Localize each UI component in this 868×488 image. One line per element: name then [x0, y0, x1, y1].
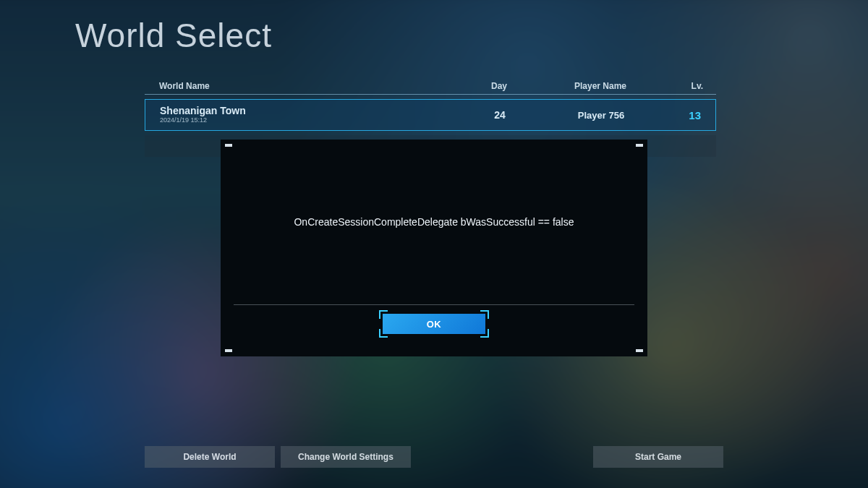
error-modal: OnCreateSessionCompleteDelegate bWasSucc… — [221, 140, 647, 356]
modal-corner-tl — [225, 144, 232, 147]
delete-world-button[interactable]: Delete World — [145, 446, 275, 468]
change-world-settings-button[interactable]: Change World Settings — [281, 446, 411, 468]
modal-separator — [234, 304, 634, 305]
modal-corner-tr — [636, 144, 643, 147]
screen-title: World Select — [75, 16, 272, 55]
table-header-row: World Name Day Player Name Lv. — [145, 81, 716, 95]
ok-button[interactable]: OK — [383, 314, 485, 334]
start-game-button[interactable]: Start Game — [593, 446, 723, 468]
cell-world-name: Shenanigan Town 2024/1/19 15:12 — [145, 106, 456, 124]
cell-player-name: Player 756 — [543, 110, 659, 121]
ok-button-wrap: OK — [380, 312, 488, 336]
cell-day: 24 — [456, 109, 543, 121]
world-table: World Name Day Player Name Lv. Shenaniga… — [145, 81, 716, 131]
bottom-button-bar: Delete World Change World Settings Start… — [145, 446, 723, 468]
modal-corner-bl — [225, 349, 232, 352]
world-timestamp: 2024/1/19 15:12 — [160, 116, 456, 124]
modal-corner-br — [636, 349, 643, 352]
cell-level: 13 — [659, 109, 715, 121]
world-row-selected[interactable]: Shenanigan Town 2024/1/19 15:12 24 Playe… — [145, 99, 716, 131]
header-day: Day — [456, 81, 542, 91]
world-name-text: Shenanigan Town — [160, 106, 456, 116]
bottom-bar-spacer — [417, 446, 587, 468]
header-player-name: Player Name — [542, 81, 658, 91]
header-world-name: World Name — [145, 81, 456, 91]
modal-message: OnCreateSessionCompleteDelegate bWasSucc… — [221, 216, 647, 228]
header-level: Lv. — [658, 81, 716, 91]
